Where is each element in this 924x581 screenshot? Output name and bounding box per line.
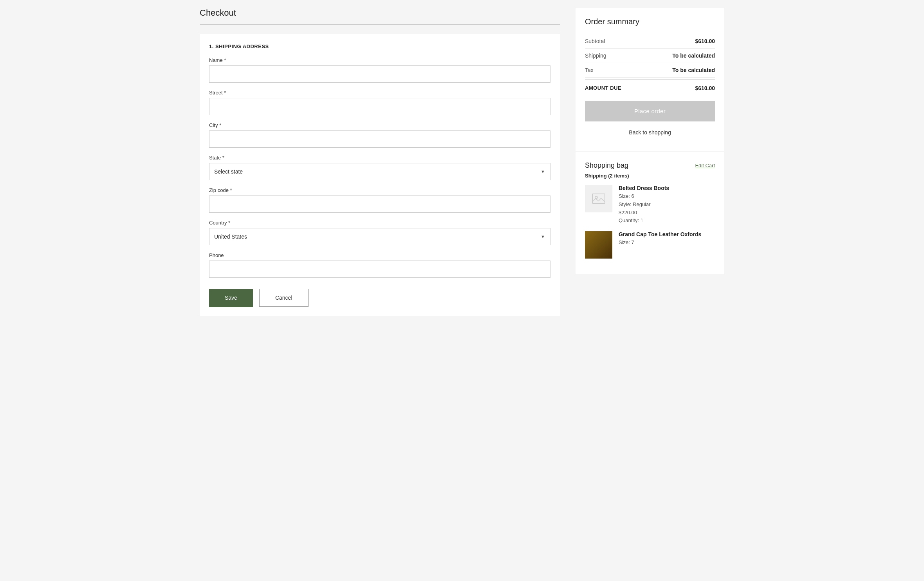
phone-input[interactable] [209,261,550,278]
shopping-bag-header: Shopping bag Edit Cart [585,161,715,170]
cart-item-image-2 [585,231,612,259]
name-group: Name * [209,57,550,83]
subtotal-row: Subtotal $610.00 [585,34,715,49]
order-summary-title: Order summary [585,17,715,26]
phone-label: Phone [209,252,550,258]
sidebar: Order summary Subtotal $610.00 Shipping … [576,8,724,573]
order-summary-box: Order summary Subtotal $610.00 Shipping … [576,8,724,151]
phone-group: Phone [209,252,550,278]
cancel-button[interactable]: Cancel [259,289,309,307]
zip-input[interactable] [209,195,550,213]
section-title: 1. SHIPPING ADDRESS [209,43,550,49]
amount-due-label: AMOUNT DUE [585,85,621,91]
cart-item-info-1: Size: 6 Style: Regular $220.00 Quantity:… [619,192,715,225]
cart-item: Belted Dress Boots Size: 6 Style: Regula… [585,185,715,225]
tax-label: Tax [585,67,594,73]
shopping-bag-title: Shopping bag [585,161,628,170]
street-group: Street * [209,90,550,115]
country-group: Country * United States Canada United Ki… [209,220,550,245]
cart-item-name-2: Grand Cap Toe Leather Oxfords [619,231,715,237]
shopping-bag-section: Shopping bag Edit Cart Shipping (2 items… [576,152,724,274]
form-actions: Save Cancel [209,289,550,307]
zip-group: Zip code * [209,187,550,213]
svg-rect-0 [592,194,605,203]
edit-cart-button[interactable]: Edit Cart [695,163,715,168]
page-title: Checkout [200,8,560,18]
amount-due-row: AMOUNT DUE $610.00 [585,79,715,91]
amount-due-value: $610.00 [695,85,715,91]
country-label: Country * [209,220,550,226]
cart-item-details-2: Grand Cap Toe Leather Oxfords Size: 7 [619,231,715,259]
state-select[interactable]: Select state Alabama Alaska Arizona Cali… [209,163,550,180]
street-input[interactable] [209,98,550,115]
cart-item-details-1: Belted Dress Boots Size: 6 Style: Regula… [619,185,715,225]
place-order-button[interactable]: Place order [585,101,715,121]
cart-item-name-1: Belted Dress Boots [619,185,715,191]
state-group: State * Select state Alabama Alaska Ariz… [209,155,550,180]
shipping-address-section: 1. SHIPPING ADDRESS Name * Street * City… [200,34,560,316]
shipping-row: Shipping To be calculated [585,49,715,63]
state-select-wrapper: Select state Alabama Alaska Arizona Cali… [209,163,550,180]
tax-row: Tax To be calculated [585,63,715,78]
cart-item-info-2: Size: 7 [619,239,715,247]
shipping-label: Shipping [585,52,606,59]
name-input[interactable] [209,65,550,83]
save-button[interactable]: Save [209,289,253,307]
name-label: Name * [209,57,550,63]
shipping-items-label: Shipping (2 items) [585,173,715,179]
back-to-shopping-button[interactable]: Back to shopping [585,123,715,142]
zip-label: Zip code * [209,187,550,193]
subtotal-label: Subtotal [585,38,605,44]
cart-item-2: Grand Cap Toe Leather Oxfords Size: 7 [585,231,715,259]
tax-value: To be calculated [672,67,715,73]
cart-item-image-1 [585,185,612,212]
state-label: State * [209,155,550,161]
country-select-wrapper: United States Canada United Kingdom ▼ [209,228,550,245]
city-group: City * [209,122,550,148]
street-label: Street * [209,90,550,96]
city-label: City * [209,122,550,128]
shipping-value: To be calculated [672,52,715,59]
city-input[interactable] [209,130,550,148]
image-placeholder-1 [585,185,612,212]
divider [200,24,560,25]
country-select[interactable]: United States Canada United Kingdom [209,228,550,245]
subtotal-value: $610.00 [695,38,715,44]
